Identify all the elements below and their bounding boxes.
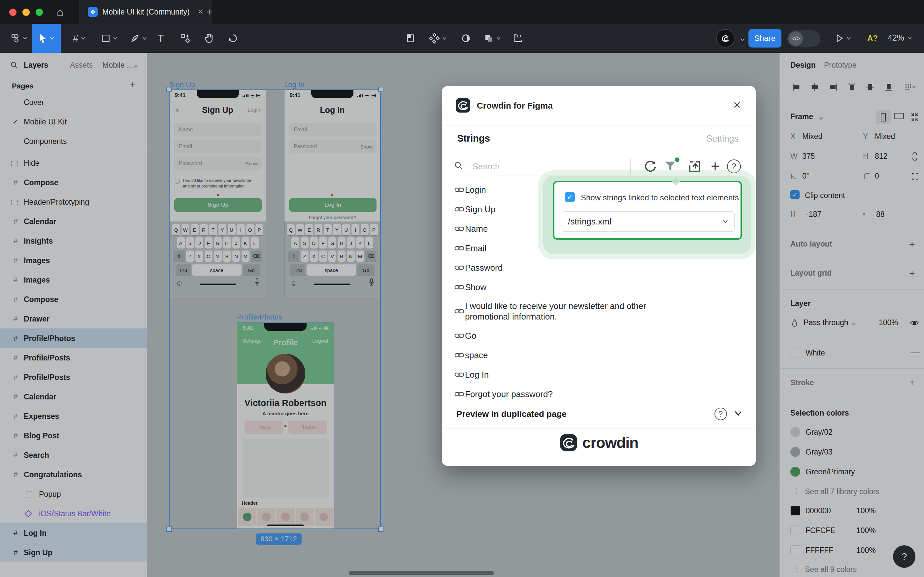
layer-item[interactable]: Popup bbox=[0, 484, 147, 504]
page-item[interactable]: Cover bbox=[0, 92, 147, 112]
library-color-row[interactable]: Gray/03 bbox=[780, 445, 924, 459]
add-layout-grid-button[interactable]: + bbox=[909, 268, 915, 279]
layer-item[interactable]: Header/Prototyping bbox=[0, 192, 147, 211]
layer-item[interactable]: #Drawer bbox=[0, 309, 147, 329]
refresh-icon[interactable] bbox=[642, 160, 657, 174]
help-button[interactable]: ? bbox=[727, 160, 742, 174]
add-page-button[interactable]: + bbox=[129, 79, 135, 90]
y-value[interactable]: Mixed bbox=[875, 132, 895, 141]
align-h-center-icon[interactable] bbox=[810, 82, 819, 92]
frame-label-signup[interactable]: Sign Up bbox=[169, 81, 195, 89]
filter-button[interactable] bbox=[664, 160, 678, 174]
layer-item[interactable]: #Images bbox=[0, 251, 147, 270]
signup-frame[interactable]: 9:41 ✕ Sign Up Login Name Email Password… bbox=[169, 90, 266, 297]
preview-toggle[interactable]: Preview in duplicated page bbox=[456, 409, 567, 419]
layer-opacity-value[interactable]: 100% bbox=[879, 318, 898, 327]
constrain-proportions-icon[interactable] bbox=[911, 152, 918, 161]
present-button[interactable] bbox=[832, 24, 855, 53]
chevron-down-icon[interactable] bbox=[740, 38, 745, 42]
radius-value[interactable]: 0 bbox=[875, 172, 879, 181]
help-fab[interactable]: ? bbox=[893, 545, 916, 568]
layer-item[interactable]: #Expenses bbox=[0, 406, 147, 426]
h-value[interactable]: 812 bbox=[875, 152, 887, 161]
selection-handle[interactable] bbox=[378, 87, 383, 92]
frame-section-title[interactable]: Frame bbox=[790, 112, 813, 121]
align-top-icon[interactable] bbox=[847, 82, 856, 92]
gap-y-value[interactable]: 88 bbox=[876, 210, 885, 219]
pen-tool-button[interactable] bbox=[126, 24, 152, 53]
selection-handle[interactable] bbox=[166, 87, 172, 92]
string-item[interactable]: Password bbox=[442, 258, 693, 277]
fill-swatch[interactable] bbox=[790, 348, 800, 358]
hex-color-row[interactable]: 000000100% bbox=[780, 504, 924, 518]
layer-item[interactable]: #Search bbox=[0, 445, 147, 465]
search-input[interactable]: Search bbox=[466, 157, 631, 176]
file-select-dropdown[interactable]: /strings.xml bbox=[562, 211, 734, 232]
traffic-lights[interactable] bbox=[9, 8, 43, 16]
page-item[interactable]: ✓Mobile UI Kit bbox=[0, 112, 147, 131]
layer-item[interactable]: #Insights bbox=[0, 231, 147, 251]
horizontal-scrollbar[interactable] bbox=[349, 571, 494, 575]
layer-item[interactable]: #Profile/Posts bbox=[0, 348, 147, 367]
frame-tool-button[interactable]: # bbox=[66, 24, 92, 53]
tab-prototype[interactable]: Prototype bbox=[824, 61, 856, 70]
hand-tool-button[interactable] bbox=[200, 24, 219, 53]
frame-label-login[interactable]: Log In bbox=[284, 81, 304, 89]
a11y-badge[interactable]: A? bbox=[867, 34, 878, 43]
collapse-icon[interactable] bbox=[911, 113, 919, 121]
page-item[interactable]: Components bbox=[0, 131, 147, 151]
distribute-more-icon[interactable] bbox=[905, 83, 916, 92]
login-frame[interactable]: 9:41 Log In Email Password Show Log In F… bbox=[284, 90, 380, 297]
gap-x-value[interactable]: -187 bbox=[806, 210, 821, 219]
orientation-landscape-button[interactable] bbox=[894, 113, 904, 119]
string-item[interactable]: space bbox=[442, 345, 693, 365]
layer-item[interactable]: #Congratulations bbox=[0, 465, 147, 484]
string-item[interactable]: Go bbox=[442, 326, 693, 345]
zoom-window-icon[interactable] bbox=[35, 8, 43, 16]
layer-item[interactable]: #Sign Up bbox=[0, 543, 147, 562]
frame-label-profile[interactable]: Profile/Photos bbox=[237, 313, 282, 321]
user-avatar[interactable] bbox=[716, 29, 734, 48]
layer-item[interactable]: #Blog Post bbox=[0, 426, 147, 445]
add-auto-layout-button[interactable]: + bbox=[909, 239, 915, 250]
layout-view-button[interactable] bbox=[401, 24, 420, 53]
rotation-value[interactable]: 0° bbox=[802, 172, 810, 181]
string-item[interactable]: Log In bbox=[442, 365, 693, 384]
shape-tool-button[interactable] bbox=[97, 24, 123, 53]
remove-fill-button[interactable]: — bbox=[911, 347, 920, 358]
string-item[interactable]: I would like to receive your newsletter … bbox=[442, 297, 693, 326]
tab-layers[interactable]: Layers bbox=[24, 61, 48, 70]
layer-item[interactable]: #Compose bbox=[0, 172, 147, 192]
move-tool-button[interactable] bbox=[32, 24, 61, 53]
layer-item[interactable]: #Profile/Posts bbox=[0, 367, 147, 387]
tab-strings[interactable]: Strings bbox=[457, 133, 490, 144]
string-item[interactable]: Forgot your password? bbox=[442, 384, 693, 404]
file-tab[interactable]: ❖ Mobile UI kit (Community) ✕ bbox=[79, 0, 212, 24]
add-stroke-button[interactable]: + bbox=[909, 377, 915, 388]
boolean-groups-button[interactable] bbox=[479, 24, 505, 53]
resources-tool-button[interactable] bbox=[175, 24, 195, 53]
tab-design[interactable]: Design bbox=[790, 61, 816, 70]
text-tool-button[interactable]: T bbox=[153, 24, 169, 53]
dev-mode-toggle[interactable]: </> bbox=[787, 31, 820, 47]
layer-item[interactable]: #Calendar bbox=[0, 211, 147, 231]
align-bottom-icon[interactable] bbox=[884, 82, 893, 92]
main-menu-button[interactable] bbox=[6, 24, 31, 53]
chevron-up-icon[interactable] bbox=[133, 65, 138, 68]
linked-strings-checkbox[interactable]: ✓ bbox=[565, 192, 575, 202]
layer-item[interactable]: iOS/Status Bar/White bbox=[0, 504, 147, 523]
home-icon[interactable]: ⌂ bbox=[53, 5, 67, 18]
close-tab-icon[interactable]: ✕ bbox=[198, 8, 204, 16]
share-button[interactable]: Share bbox=[749, 29, 781, 48]
tab-settings[interactable]: Settings bbox=[706, 134, 739, 144]
search-icon[interactable] bbox=[10, 61, 18, 69]
orientation-portrait-button[interactable] bbox=[876, 110, 891, 124]
w-value[interactable]: 375 bbox=[802, 152, 815, 161]
tab-assets[interactable]: Assets bbox=[70, 61, 93, 70]
see-all-library-row[interactable]: ⋮ See all 7 library colors bbox=[780, 485, 924, 499]
export-icon[interactable] bbox=[687, 160, 702, 174]
selection-handle[interactable] bbox=[378, 527, 383, 532]
library-color-row[interactable]: Green/Primary bbox=[780, 465, 924, 479]
comment-tool-button[interactable] bbox=[224, 24, 242, 53]
selection-handle[interactable] bbox=[166, 527, 172, 532]
